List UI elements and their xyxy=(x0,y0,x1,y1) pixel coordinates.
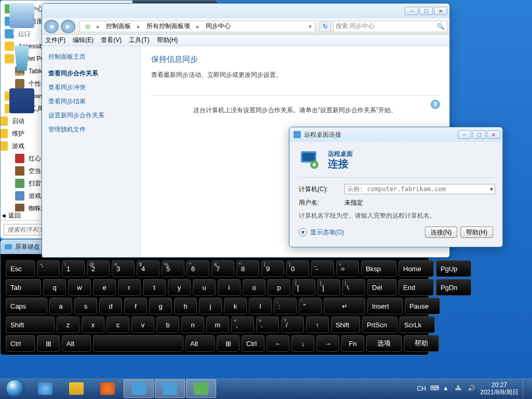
minimize-button[interactable]: ─ xyxy=(458,130,471,139)
key-⊞[interactable]: ⊞ xyxy=(37,335,60,352)
key-Del[interactable]: Del xyxy=(367,279,396,296)
key-Ctrl[interactable]: Ctrl xyxy=(242,335,264,352)
key-帮助[interactable]: 帮助 xyxy=(404,335,439,352)
key-Fn[interactable]: Fn xyxy=(341,335,364,352)
key-↑[interactable]: ↑ xyxy=(306,316,329,333)
key-Shift[interactable]: Shift xyxy=(6,316,55,333)
key-' "[interactable]: '" xyxy=(299,298,322,314)
key-Ctrl[interactable]: Ctrl xyxy=(6,335,35,352)
sync-titlebar[interactable]: ─ ☐ ✕ xyxy=(42,4,449,18)
tray-clock[interactable]: 20:27 2021/8/8/周日 xyxy=(480,381,518,396)
key-_ -[interactable]: _- xyxy=(311,260,334,277)
key-⊞[interactable]: ⊞ xyxy=(217,335,240,352)
key-←[interactable]: ← xyxy=(267,335,289,352)
key-< ,[interactable]: <, xyxy=(231,316,254,333)
key-PgUp[interactable]: PgUp xyxy=(436,260,471,277)
key-x[interactable]: x xyxy=(82,316,104,333)
key-o[interactable]: o xyxy=(243,279,265,296)
key-space[interactable] xyxy=(93,335,183,352)
breadcrumb[interactable]: ◎ ▸ 控制面板▸ 所有控制面板项▸ 同步中心 ▾ xyxy=(79,21,315,32)
key-Esc[interactable]: Esc xyxy=(6,260,35,277)
key-l[interactable]: l xyxy=(249,298,272,314)
key-Bksp[interactable]: Bksp xyxy=(361,260,396,277)
sidebar-results[interactable]: 查看同步结果 xyxy=(48,95,134,109)
key-z[interactable]: z xyxy=(57,316,79,333)
key-q[interactable]: q xyxy=(43,279,66,296)
key-↵[interactable]: ↵ xyxy=(324,298,365,314)
key-s[interactable]: s xyxy=(74,298,97,314)
show-options[interactable]: 显示选项(O) xyxy=(310,228,344,237)
key-h[interactable]: h xyxy=(174,298,197,314)
key-^ 6[interactable]: ^6 xyxy=(187,260,209,277)
search-box[interactable]: 搜索 同步中心 🔍 xyxy=(333,21,447,32)
key-w[interactable]: w xyxy=(68,279,91,296)
key-a[interactable]: a xyxy=(49,298,72,314)
expand-icon[interactable]: ▾ xyxy=(299,228,307,236)
key-> .[interactable]: >. xyxy=(256,316,279,333)
key-j[interactable]: j xyxy=(199,298,222,314)
sidebar-conflicts[interactable]: 查看同步冲突 xyxy=(48,81,134,95)
minimize-button[interactable]: ─ xyxy=(405,7,418,15)
key-Caps[interactable]: Caps xyxy=(6,298,47,314)
sidebar-head[interactable]: 控制面板主页 xyxy=(48,52,134,61)
computer-input[interactable] xyxy=(344,184,495,194)
key-t[interactable]: t xyxy=(143,279,166,296)
show-desktop-button[interactable] xyxy=(523,379,528,398)
key-p[interactable]: p xyxy=(268,279,290,296)
key-( 9[interactable]: (9 xyxy=(261,260,284,277)
help-button[interactable]: 帮助(H) xyxy=(460,227,493,238)
maximize-button[interactable]: ☐ xyxy=(472,130,486,139)
taskbar-rdc[interactable] xyxy=(155,379,185,398)
key-d[interactable]: d xyxy=(99,298,122,314)
key-Alt[interactable]: Alt xyxy=(62,335,91,352)
key-Pause[interactable]: Pause xyxy=(405,298,440,314)
key-& 7[interactable]: &7 xyxy=(211,260,234,277)
forward-button[interactable]: ► xyxy=(61,20,75,33)
key-) 0[interactable]: )0 xyxy=(286,260,309,277)
dropdown-icon[interactable]: ▾ xyxy=(490,185,493,193)
key-; :[interactable]: ;: xyxy=(274,298,297,314)
key-Alt[interactable]: Alt xyxy=(185,335,215,352)
key-? /[interactable]: ?/ xyxy=(281,316,304,333)
menu-tools[interactable]: 工具(T) xyxy=(129,36,149,45)
key-ScrLk[interactable]: ScrLk xyxy=(400,316,435,333)
close-button[interactable]: ✕ xyxy=(434,7,447,15)
key-→[interactable]: → xyxy=(316,335,339,352)
key-$ 4[interactable]: $4 xyxy=(137,260,159,277)
key-PrtScn[interactable]: PrtScn xyxy=(362,316,397,333)
key-+ =[interactable]: += xyxy=(336,260,359,277)
refresh-button[interactable]: ↻ xyxy=(320,21,331,32)
tray-input-icon[interactable]: ⌨ xyxy=(430,384,438,393)
key-PgDn[interactable]: PgDn xyxy=(436,279,471,296)
taskbar-osk[interactable] xyxy=(124,379,154,398)
key-y[interactable]: y xyxy=(168,279,191,296)
close-button[interactable]: ✕ xyxy=(487,130,500,139)
key-g[interactable]: g xyxy=(149,298,172,314)
key-k[interactable]: k xyxy=(224,298,247,314)
desktop-icon-recycle[interactable]: 回收站 xyxy=(6,46,37,81)
back-button[interactable]: ◄ xyxy=(44,20,59,33)
key-↓[interactable]: ↓ xyxy=(291,335,314,352)
key-e[interactable]: e xyxy=(93,279,116,296)
tray-volume-icon[interactable]: 🔊 xyxy=(468,384,476,393)
key-v[interactable]: v xyxy=(131,316,154,333)
desktop-icon-computer[interactable]: 计算机 xyxy=(6,3,37,38)
key-i[interactable]: i xyxy=(218,279,241,296)
desktop-icon-app[interactable] xyxy=(6,88,37,114)
key-r[interactable]: r xyxy=(118,279,141,296)
tray-lang[interactable]: CH xyxy=(417,385,426,392)
sidebar-partnerships[interactable]: 查看同步合作关系 xyxy=(48,66,134,81)
rdc-titlebar[interactable]: 远程桌面连接 ─ ☐ ✕ xyxy=(289,127,502,142)
sidebar-setup[interactable]: 设置新同步合作关系 xyxy=(48,109,134,123)
menu-view[interactable]: 查看(V) xyxy=(101,36,122,45)
help-icon[interactable]: ? xyxy=(431,100,440,109)
key-End[interactable]: End xyxy=(398,279,434,296)
taskbar-explorer[interactable] xyxy=(61,379,91,398)
key-Tab[interactable]: Tab xyxy=(6,279,41,296)
key-! 1[interactable]: !1 xyxy=(62,260,85,277)
menu-file[interactable]: 文件(F) xyxy=(45,36,65,45)
key-b[interactable]: b xyxy=(156,316,179,333)
key-~ `[interactable]: ~` xyxy=(37,260,60,277)
start-button[interactable] xyxy=(1,379,29,398)
tray-flag-icon[interactable]: ▲ xyxy=(443,384,451,393)
